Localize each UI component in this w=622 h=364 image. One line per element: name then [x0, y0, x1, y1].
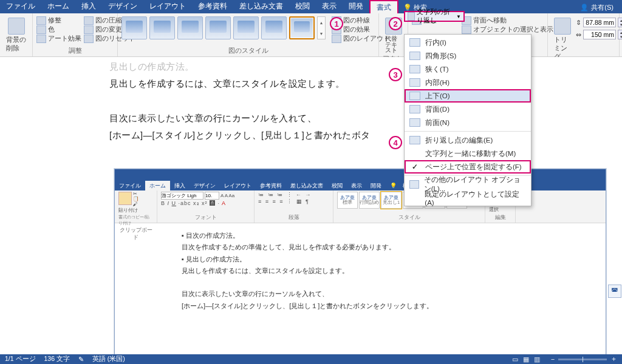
status-lang[interactable]: 英語 (米国) [92, 355, 125, 363]
share-button[interactable]: 👤 共有(S) [572, 0, 622, 13]
pic-style-7[interactable] [289, 16, 315, 39]
tab-references[interactable]: 参考資料 [192, 0, 233, 13]
crop-icon [554, 18, 571, 35]
pic-style-1[interactable] [121, 16, 147, 39]
width-icon: ⇔ [576, 31, 581, 38]
picture-styles-gallery[interactable]: ▴▾ [121, 16, 326, 39]
width-spinner[interactable]: ▴▾ [618, 30, 622, 39]
callout-2: 2 [389, 17, 402, 30]
pic-style-2[interactable] [149, 16, 175, 39]
color-button[interactable]: 色 [36, 25, 81, 34]
pic-style-more[interactable]: ▴▾ [317, 16, 326, 39]
edit-points-icon [409, 136, 420, 144]
pic-style-6[interactable] [261, 16, 287, 39]
tab-developer[interactable]: 開発 [343, 0, 369, 13]
selection-pane-button[interactable]: オブジェクトの選択と表示 [462, 25, 553, 34]
tab-review[interactable]: 校閲 [289, 0, 316, 13]
inner-font-size [205, 192, 219, 200]
wrap-text-label: 文字列の折り返し [417, 8, 454, 25]
wrap-move-with-text[interactable]: 文字列と一緒に移動する(M) [405, 147, 531, 160]
wrap-front[interactable]: 前面(N) [405, 116, 531, 129]
pic-style-5[interactable] [233, 16, 259, 39]
inner-page: ▪ 目次の作成方法。 目次を作成するための準備として、見出しを作成する必要があり… [182, 230, 569, 352]
corrections-button[interactable]: 修整 [36, 16, 81, 25]
layout-options-icon[interactable]: ◚ [608, 285, 621, 298]
tab-mailings[interactable]: 差し込み文書 [233, 0, 289, 13]
height-spinner[interactable]: ▴▾ [618, 18, 622, 27]
callout-1: 1 [330, 17, 343, 30]
tab-insert[interactable]: 挿入 [75, 0, 102, 13]
embedded-picture[interactable]: ファイルホーム挿入デザインレイアウト参考資料差し込み文書校閲表示開発💡 検索 ✂… [114, 169, 606, 354]
tab-format[interactable]: 書式 [369, 0, 398, 13]
alt-text-label: 代替テキスト [385, 36, 402, 53]
check-icon: ✓ [409, 163, 420, 171]
group-adjust-caption: 調整 [36, 47, 114, 56]
wrap-tight-icon [409, 65, 420, 73]
share-icon: 👤 [580, 4, 589, 12]
callout-3: 3 [389, 68, 402, 81]
wrap-tight[interactable]: 狭く(T) [405, 62, 531, 76]
pic-style-4[interactable] [205, 16, 231, 39]
wrap-topbottom-icon [409, 92, 420, 100]
send-backward-button[interactable]: 背面へ移動 [462, 16, 553, 25]
chevron-down-icon: ▼ [456, 14, 461, 19]
zoom-slider[interactable]: −＋ [551, 355, 617, 363]
status-bar: 1/1 ページ 136 文字 ✎ 英語 (米国) ▭▦▥ −＋ [0, 354, 622, 364]
wrap-text-button[interactable]: 文字列の折り返し ▼ [404, 11, 465, 22]
height-icon: ⇕ [576, 19, 581, 26]
callout-4: 4 [389, 136, 402, 149]
wrap-inline[interactable]: 行内(I) [405, 36, 531, 49]
width-field[interactable]: ⇔▴▾ [576, 30, 622, 39]
tab-file[interactable]: ファイル [0, 0, 41, 13]
height-field[interactable]: ⇕▴▾ [576, 18, 622, 27]
wrap-behind[interactable]: 背面(D) [405, 103, 531, 116]
tab-home[interactable]: ホーム [41, 0, 75, 13]
remove-background-button[interactable]: 背景の削除 [4, 16, 29, 54]
wrap-behind-icon [409, 105, 420, 113]
group-styles-caption: 図のスタイル [121, 47, 375, 56]
wrap-through-icon [409, 78, 420, 87]
more-options-icon [409, 180, 419, 189]
wrap-square[interactable]: 四角形(S) [405, 49, 531, 62]
inner-titlebar [115, 169, 606, 180]
width-input[interactable] [583, 30, 616, 39]
height-input[interactable] [583, 18, 616, 27]
inner-ribbon: ✂📋🖌 貼り付け 書式のコピー/貼り付け クリップボード A A Aa B I … [115, 190, 606, 223]
tab-layout[interactable]: レイアウト [143, 0, 192, 13]
artistic-button[interactable]: アート効果 [36, 35, 81, 43]
remove-bg-icon [8, 18, 25, 35]
inner-tabs: ファイルホーム挿入デザインレイアウト参考資料差し込み文書校閲表示開発💡 検索 [115, 180, 606, 190]
wrap-through[interactable]: 内部(H) [405, 76, 531, 89]
share-label: 共有(S) [591, 3, 613, 12]
status-proof[interactable]: ✎ [78, 356, 84, 363]
wrap-text-menu: 行内(I) 四角形(S) 狭く(T) 内部(H) 上下(O) 背面(D) 前面(… [404, 34, 531, 206]
wrap-topbottom[interactable]: 上下(O) [405, 89, 531, 103]
wrap-inline-icon [409, 38, 420, 47]
pic-style-3[interactable] [177, 16, 203, 39]
remove-bg-label: 背景の削除 [6, 36, 26, 53]
wrap-front-icon [409, 118, 420, 127]
wrap-square-icon [409, 52, 420, 60]
wrap-fix-on-page[interactable]: ✓ページ上で位置を固定する(F) [405, 160, 531, 174]
inner-font-name [161, 192, 203, 200]
crop-button[interactable]: トリミング [552, 16, 573, 62]
status-page[interactable]: 1/1 ページ [5, 355, 36, 363]
tab-view[interactable]: 表示 [316, 0, 343, 13]
wrap-edit-points[interactable]: 折り返し点の編集(E) [405, 133, 531, 147]
status-words[interactable]: 136 文字 [44, 355, 70, 363]
tab-design[interactable]: デザイン [102, 0, 143, 13]
view-buttons[interactable]: ▭▦▥ [510, 356, 542, 363]
